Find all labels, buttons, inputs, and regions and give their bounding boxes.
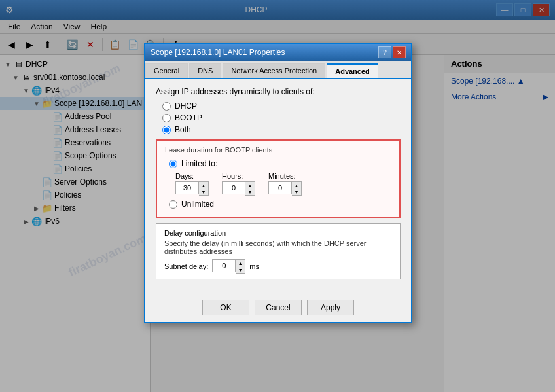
delay-ms-label: ms [249,262,259,270]
dialog-content: Assign IP addresses dynamically to clien… [145,79,411,293]
tab-nap[interactable]: Network Access Protection [223,63,325,78]
days-field: Days: ▲ ▼ [175,172,209,196]
modal-overlay: Scope [192.168.1.0] LAN01 Properties ? ✕… [0,0,555,392]
radio-dhcp[interactable] [162,102,171,111]
delay-spinner: ▲ ▼ [212,259,245,274]
days-up-button[interactable]: ▲ [199,182,208,188]
delay-row: Subnet delay: ▲ ▼ ms [164,259,392,274]
radio-unlimited-label: Unlimited [181,200,214,209]
properties-dialog: Scope [192.168.1.0] LAN01 Properties ? ✕… [144,43,412,323]
radio-unlimited-row: Unlimited [169,200,391,209]
dialog-title-bar: Scope [192.168.1.0] LAN01 Properties ? ✕ [145,44,411,61]
tab-general[interactable]: General [145,63,188,78]
hours-down-button[interactable]: ▼ [245,188,255,195]
radio-dhcp-label: DHCP [175,101,197,111]
delay-desc: Specify the delay (in milli seconds) wit… [164,240,392,255]
days-spinner-btns: ▲ ▼ [199,181,209,196]
minutes-spinner-btns: ▲ ▼ [292,181,302,196]
dialog-title: Scope [192.168.1.0] LAN01 Properties [151,48,285,57]
radio-both[interactable] [162,126,171,134]
dialog-buttons: OK Cancel Apply [145,293,411,322]
hours-spinner-btns: ▲ ▼ [245,181,255,196]
hours-input[interactable] [222,181,245,194]
delay-up-button[interactable]: ▲ [236,260,245,266]
minutes-field: Minutes: ▲ ▼ [268,172,302,196]
delay-subnet-label: Subnet delay: [164,262,208,270]
radio-group: DHCP BOOTP Both [162,101,401,134]
radio-both-label: Both [175,125,191,134]
radio-limited[interactable] [169,160,177,168]
radio-bootp-label: BOOTP [175,113,202,122]
hours-label: Hours: [222,172,243,180]
delay-input[interactable] [212,259,236,272]
delay-box: Delay configuration Specify the delay (i… [156,223,401,279]
days-label: Days: [175,172,194,180]
hours-spinner: ▲ ▼ [222,181,255,196]
lease-box: Lease duration for BOOTP clients Limited… [156,139,401,218]
tab-bar: General DNS Network Access Protection Ad… [145,61,411,79]
dialog-help-button[interactable]: ? [378,46,391,58]
delay-title: Delay configuration [164,229,392,237]
days-down-button[interactable]: ▼ [199,188,208,195]
delay-down-button[interactable]: ▼ [236,266,245,273]
minutes-spinner: ▲ ▼ [268,181,302,196]
radio-limited-row: Limited to: [169,159,391,168]
apply-button[interactable]: Apply [307,300,354,315]
dialog-close-button[interactable]: ✕ [393,46,406,58]
hours-field: Hours: ▲ ▼ [222,172,255,196]
days-input[interactable] [175,181,199,194]
assign-label: Assign IP addresses dynamically to clien… [156,87,401,96]
radio-bootp[interactable] [162,114,171,122]
delay-spinner-btns: ▲ ▼ [236,259,245,274]
radio-limited-label: Limited to: [181,159,217,168]
tab-dns[interactable]: DNS [189,63,221,78]
cancel-button[interactable]: Cancel [255,300,302,315]
radio-both-row: Both [162,125,401,134]
lease-fields: Days: ▲ ▼ Hours: [175,172,391,196]
minutes-up-button[interactable]: ▲ [292,182,301,188]
dialog-title-controls: ? ✕ [378,46,406,58]
radio-unlimited[interactable] [169,200,177,209]
radio-bootp-row: BOOTP [162,113,401,122]
minutes-label: Minutes: [268,172,296,180]
ok-button[interactable]: OK [202,300,249,315]
minutes-input[interactable] [268,181,292,194]
tab-advanced[interactable]: Advanced [327,63,378,78]
minutes-down-button[interactable]: ▼ [292,188,301,195]
hours-up-button[interactable]: ▲ [245,182,255,188]
lease-box-title: Lease duration for BOOTP clients [165,146,391,154]
days-spinner: ▲ ▼ [175,181,209,196]
radio-dhcp-row: DHCP [162,101,401,111]
